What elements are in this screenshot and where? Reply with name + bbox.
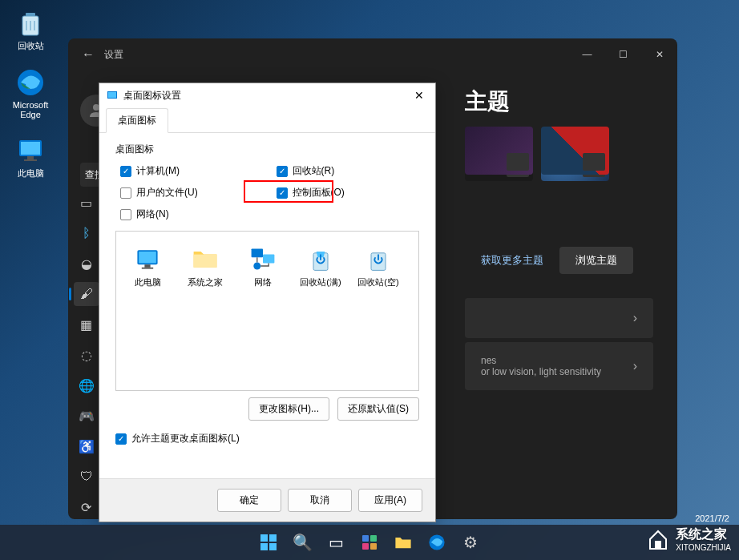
- checkbox-label: 网络(N): [136, 207, 169, 221]
- svg-rect-23: [362, 535, 369, 542]
- svg-rect-20: [269, 534, 277, 542]
- svg-rect-15: [263, 255, 274, 264]
- start-button[interactable]: [253, 527, 284, 558]
- preview-recycle-full[interactable]: 回收站(满): [296, 244, 345, 288]
- settings-title: 设置: [104, 48, 123, 62]
- fieldset-legend: 桌面图标: [115, 143, 419, 156]
- checkbox-label: 允许主题更改桌面图标(L): [131, 432, 240, 445]
- search-taskbar-icon[interactable]: 🔍: [287, 527, 317, 558]
- cancel-button[interactable]: 取消: [288, 489, 352, 512]
- svg-rect-24: [370, 535, 377, 542]
- theme-thumb[interactable]: [541, 127, 609, 175]
- edge-taskbar-icon[interactable]: [422, 527, 452, 558]
- settings-titlebar: ← 设置 — ☐ ✕: [68, 38, 677, 71]
- task-view-icon[interactable]: ▭: [321, 527, 351, 558]
- icon-preview-panel: 此电脑 系统之家 网络 回收站(满): [115, 231, 419, 391]
- svg-rect-6: [24, 159, 37, 161]
- settings-card[interactable]: ›: [465, 298, 653, 338]
- desktop-recycle-bin[interactable]: 回收站: [6, 6, 55, 52]
- sidebar-bluetooth-icon[interactable]: ᛒ: [74, 221, 99, 245]
- svg-rect-4: [21, 142, 40, 155]
- svg-rect-19: [260, 534, 268, 542]
- dialog-tabs: 桌面图标: [99, 107, 435, 133]
- preview-system-home[interactable]: 系统之家: [180, 244, 230, 288]
- theme-thumb[interactable]: [465, 127, 533, 175]
- preview-label: 网络: [254, 276, 272, 288]
- dialog-title: 桌面图标设置: [123, 89, 181, 103]
- sidebar-personalization-icon[interactable]: 🖌: [74, 282, 99, 306]
- sidebar-accessibility-icon[interactable]: ♿: [74, 434, 99, 458]
- preview-this-pc[interactable]: 此电脑: [123, 244, 172, 288]
- recycle-empty-icon: [364, 244, 393, 273]
- sidebar-time-icon[interactable]: 🌐: [74, 373, 99, 397]
- page-title: 主题: [465, 87, 653, 117]
- widgets-icon[interactable]: [354, 527, 385, 558]
- ok-button[interactable]: 确定: [217, 489, 281, 512]
- checkbox-recycle-bin[interactable]: ✓ 回收站(R): [277, 164, 420, 178]
- dialog-titlebar: 桌面图标设置 ✕: [99, 83, 435, 107]
- sidebar-update-icon[interactable]: ⟳: [74, 495, 99, 519]
- svg-rect-25: [362, 543, 369, 550]
- checkbox-network[interactable]: 网络(N): [120, 207, 264, 221]
- checkbox-user-files[interactable]: 用户的文件(U): [120, 186, 264, 199]
- watermark: 系统之家 XITONGZHIJIA: [645, 526, 731, 552]
- sidebar-accounts-icon[interactable]: ◌: [74, 343, 99, 367]
- monitor-icon: [133, 244, 162, 273]
- explorer-taskbar-icon[interactable]: [388, 527, 418, 558]
- watermark-brand: 系统之家: [676, 527, 727, 541]
- desktop-icon-label: Microsoft Edge: [13, 100, 49, 119]
- desktop-icon-label: 此电脑: [18, 167, 44, 179]
- chevron-right-icon: ›: [633, 359, 637, 373]
- restore-default-button[interactable]: 还原默认值(S): [337, 397, 419, 421]
- checkbox-computer[interactable]: ✓ 计算机(M): [120, 164, 264, 178]
- svg-rect-21: [260, 543, 268, 550]
- checkbox-allow-themes[interactable]: ✓ 允许主题更改桌面图标(L): [115, 432, 419, 445]
- settings-taskbar-icon[interactable]: ⚙: [455, 527, 486, 558]
- preview-recycle-empty[interactable]: 回收站(空): [353, 244, 403, 288]
- sidebar-apps-icon[interactable]: ▦: [74, 312, 99, 336]
- dialog-content: 桌面图标 ✓ 计算机(M) ✓ 回收站(R) 用户的文件(U) ✓ 控制面板(O…: [99, 133, 435, 478]
- minimize-button[interactable]: —: [569, 38, 605, 71]
- maximize-button[interactable]: ☐: [605, 38, 641, 71]
- checkbox-icon: ✓: [277, 166, 288, 177]
- svg-rect-5: [27, 156, 34, 159]
- recycle-bin-icon: [14, 6, 46, 38]
- desktop-icon-label: 回收站: [18, 40, 44, 52]
- svg-rect-26: [370, 543, 377, 550]
- browse-themes-button[interactable]: 浏览主题: [559, 247, 633, 274]
- sidebar-network-icon[interactable]: ◒: [74, 252, 99, 276]
- dialog-close-button[interactable]: ✕: [410, 87, 429, 103]
- svg-rect-9: [108, 92, 116, 98]
- card-description: or low vision, light sensitivity: [481, 366, 601, 377]
- edge-icon: [14, 66, 46, 99]
- close-button[interactable]: ✕: [641, 38, 677, 71]
- back-button[interactable]: ←: [76, 47, 100, 62]
- get-more-themes-link[interactable]: 获取更多主题: [481, 253, 543, 268]
- svg-rect-14: [252, 248, 263, 257]
- settings-card[interactable]: nes or low vision, light sensitivity ›: [465, 342, 653, 390]
- change-icon-button[interactable]: 更改图标(H)...: [248, 397, 329, 421]
- tab-desktop-icons[interactable]: 桌面图标: [106, 108, 168, 133]
- network-icon: [248, 244, 277, 273]
- desktop-icon-settings-dialog: 桌面图标设置 ✕ 桌面图标 桌面图标 ✓ 计算机(M) ✓ 回收站(R) 用户的…: [99, 83, 436, 522]
- monitor-icon: [14, 134, 46, 166]
- watermark-logo-icon: [645, 526, 671, 552]
- sidebar-system-icon[interactable]: ▭: [74, 191, 99, 215]
- dialog-icon: [106, 89, 119, 102]
- preview-label: 此电脑: [135, 276, 161, 288]
- desktop-edge[interactable]: Microsoft Edge: [6, 66, 55, 119]
- desktop-this-pc[interactable]: 此电脑: [6, 134, 55, 179]
- recycle-full-icon: [306, 244, 335, 273]
- card-subtitle: nes: [481, 355, 601, 366]
- svg-point-16: [253, 263, 260, 270]
- preview-network[interactable]: 网络: [238, 244, 288, 288]
- chevron-right-icon: ›: [633, 311, 637, 325]
- checkbox-icon: ✓: [120, 166, 131, 177]
- taskbar: 🔍 ▭ ⚙: [0, 525, 739, 560]
- sidebar-gaming-icon[interactable]: 🎮: [74, 404, 99, 428]
- watermark-date: 2021/7/2: [695, 514, 729, 523]
- checkbox-label: 计算机(M): [136, 164, 180, 178]
- highlight-box: [244, 180, 333, 203]
- apply-button[interactable]: 应用(A): [358, 489, 422, 512]
- sidebar-privacy-icon[interactable]: 🛡: [74, 465, 99, 489]
